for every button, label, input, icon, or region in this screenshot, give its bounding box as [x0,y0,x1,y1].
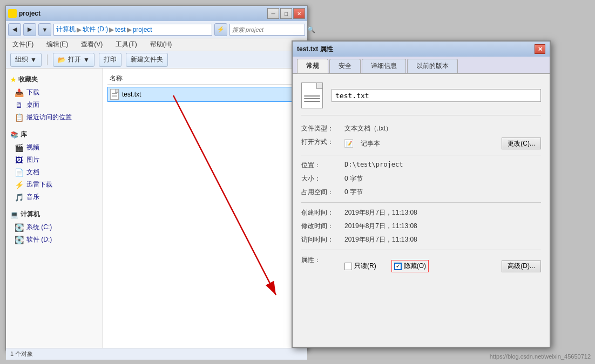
created-value: 2019年8月7日，11:13:08 [344,208,541,217]
dialog-tabs: 常规 安全 详细信息 以前的版本 [293,57,550,74]
tab-previous-versions[interactable]: 以前的版本 [407,59,458,73]
sidebar-item-recent[interactable]: 📋 最近访问的位置 [6,111,103,123]
menu-edit[interactable]: 编辑(E) [44,39,70,50]
size-value: 0 字节 [344,174,541,183]
organize-label: 组织 [15,55,28,64]
drive-c-icon: 💽 [15,223,23,232]
file-name-input[interactable] [332,89,541,102]
tab-details[interactable]: 详细信息 [362,59,406,73]
breadcrumb-test[interactable]: test [115,26,125,33]
dialog-title: test.txt 属性 [297,45,333,54]
forward-button[interactable]: ▶ [23,23,36,36]
file-header [301,83,541,115]
minimize-button[interactable]: ─ [267,8,279,19]
location-value: D:\test\project [344,161,541,168]
size-row: 大小： 0 字节 [301,174,541,183]
file-type-value: 文本文档（.txt） [344,124,541,133]
status-bar: 1 个对象 [6,348,307,360]
sidebar-item-desktop[interactable]: 🖥 桌面 [6,99,103,111]
music-icon: 🎵 [15,193,23,202]
menu-tools[interactable]: 工具(T) [113,39,139,50]
file-line-2 [304,98,320,99]
size-label: 大小： [301,174,344,183]
file-line-3 [304,101,320,102]
change-button[interactable]: 更改(C)... [502,138,541,149]
search-box[interactable]: 🔍 [229,24,305,36]
toolbar: 组织 ▼ 📂 打开 ▼ 打印 新建文件夹 [6,51,307,68]
attributes-section: 只读(R) ✓ 隐藏(O) 高级(D)... [344,260,541,272]
readonly-label: 只读(R) [354,262,376,271]
location-row: 位置： D:\test\project [301,161,541,170]
explorer-title: project [19,10,40,17]
library-title: 📚 库 [6,128,103,141]
search-input[interactable] [232,26,307,33]
sidebar-item-system-c[interactable]: 💽 系统 (C:) [6,221,103,233]
sidebar-item-pictures[interactable]: 🖼 图片 [6,154,103,166]
accessed-label: 访问时间： [301,235,344,244]
divider-3 [301,250,541,250]
search-icon[interactable]: 🔍 [307,26,315,33]
breadcrumb-computer[interactable]: 计算机 [56,25,76,34]
created-label: 创建时间： [301,208,344,217]
close-button[interactable]: ✕ [293,8,305,19]
breadcrumb-project[interactable]: project [133,26,152,33]
address-path[interactable]: 计算机 ▶ 软件 (D:) ▶ test ▶ project [53,24,212,36]
file-item-test-txt[interactable]: test.txt [107,87,303,102]
refresh-button[interactable]: ⚡ [214,23,227,36]
breadcrumb-drive[interactable]: 软件 (D:) [83,25,108,34]
sidebar-item-software-d[interactable]: 💽 软件 (D:) [6,233,103,246]
sidebar-item-music-label: 音乐 [26,193,39,202]
toolbar-separator-1 [47,54,48,65]
readonly-checkbox[interactable] [344,263,352,270]
restore-button[interactable]: □ [280,8,292,19]
up-button[interactable]: ▼ [38,23,51,36]
menu-view[interactable]: 查看(V) [79,39,105,50]
open-button[interactable]: 📂 打开 ▼ [53,53,94,67]
menu-file[interactable]: 文件(F) [10,39,36,50]
print-button[interactable]: 打印 [99,53,121,67]
hidden-checkbox-item[interactable]: ✓ 隐藏(O) [391,260,429,272]
modified-label: 修改时间： [301,222,344,231]
sidebar-item-recent-label: 最近访问的位置 [26,113,72,122]
drive-d-icon: 💽 [15,236,23,244]
sidebar-item-pictures-label: 图片 [26,155,39,164]
tab-security[interactable]: 安全 [329,59,361,73]
favorites-section: ★ 收藏夹 📥 下载 🖥 桌面 📋 最近访问的位置 [6,73,103,123]
organize-button[interactable]: 组织 ▼ [10,53,42,67]
readonly-checkbox-item[interactable]: 只读(R) [344,262,376,271]
menu-help[interactable]: 帮助(H) [148,39,174,50]
sidebar-item-video-label: 视频 [26,143,39,152]
open-with-value: 记事本 [361,139,497,148]
back-button[interactable]: ◀ [8,23,21,36]
main-area: ★ 收藏夹 📥 下载 🖥 桌面 📋 最近访问的位置 📚 [6,68,307,348]
properties-dialog: test.txt 属性 ✕ 常规 安全 详细信息 以前的版本 文件类型： 文本文… [292,40,551,348]
accessed-value: 2019年8月7日，11:13:08 [344,235,541,244]
thunder-icon: ⚡ [15,181,23,189]
sidebar-item-documents[interactable]: 📄 文档 [6,166,103,178]
dialog-close-button[interactable]: ✕ [535,44,545,54]
open-label: 打开 [68,55,81,64]
open-with-row: 打开方式： 📝 记事本 更改(C)... [301,138,541,149]
column-name-label: 名称 [110,74,123,83]
modified-row: 修改时间： 2019年8月7日，11:13:08 [301,222,541,231]
sidebar-item-thunder[interactable]: ⚡ 迅雷下载 [6,178,103,191]
computer-icon: 💻 [10,211,18,218]
tab-general[interactable]: 常规 [297,59,328,73]
location-label: 位置： [301,161,344,170]
recent-icon: 📋 [15,113,23,122]
new-folder-button[interactable]: 新建文件夹 [126,53,168,67]
file-line-1 [304,95,320,97]
sidebar-item-downloads[interactable]: 📥 下载 [6,86,103,99]
modified-value: 2019年8月7日，11:13:08 [344,222,541,231]
sidebar-item-thunder-label: 迅雷下载 [26,180,52,189]
sidebar-item-music[interactable]: 🎵 音乐 [6,191,103,203]
advanced-button[interactable]: 高级(D)... [502,260,541,272]
explorer-window: project ─ □ ✕ ◀ ▶ ▼ 计算机 ▶ 软件 (D:) ▶ test… [5,5,308,351]
file-type-row: 文件类型： 文本文档（.txt） [301,124,541,133]
hidden-checkbox[interactable]: ✓ [394,263,402,270]
file-lines [304,95,320,104]
library-label: 库 [21,130,27,139]
new-folder-label: 新建文件夹 [131,55,163,64]
column-header-name[interactable]: 名称 ▲ [107,73,303,85]
sidebar-item-video[interactable]: 🎬 视频 [6,141,103,154]
